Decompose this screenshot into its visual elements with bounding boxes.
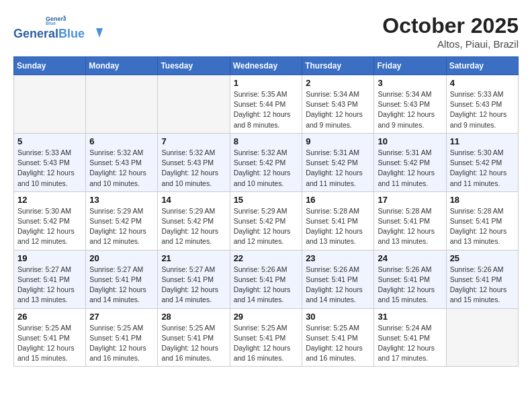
day-detail: Sunrise: 5:26 AM Sunset: 5:41 PM Dayligh… [234,265,299,306]
calendar-cell: 29Sunrise: 5:25 AM Sunset: 5:41 PM Dayli… [230,308,302,367]
day-number: 13 [89,195,154,205]
logo: General Blue GeneralBlue [13,13,103,41]
logo-icon: General Blue [46,13,66,26]
title-block: October 2025 Altos, Piaui, Brazil [382,13,519,50]
calendar-table: SundayMondayTuesdayWednesdayThursdayFrid… [13,56,519,367]
weekday-header: Monday [86,57,158,75]
calendar-cell: 9Sunrise: 5:31 AM Sunset: 5:42 PM Daylig… [302,133,374,191]
weekday-header: Wednesday [230,57,302,75]
calendar-cell: 21Sunrise: 5:27 AM Sunset: 5:41 PM Dayli… [158,250,230,308]
calendar-cell: 13Sunrise: 5:29 AM Sunset: 5:42 PM Dayli… [86,191,158,250]
logo-text-general: General [13,27,58,40]
day-detail: Sunrise: 5:28 AM Sunset: 5:41 PM Dayligh… [450,206,515,247]
weekday-header: Sunday [14,57,86,75]
calendar-cell: 28Sunrise: 5:25 AM Sunset: 5:41 PM Dayli… [158,308,230,367]
day-detail: Sunrise: 5:27 AM Sunset: 5:41 PM Dayligh… [89,265,154,306]
day-number: 23 [306,253,370,263]
day-number: 12 [17,195,82,205]
day-detail: Sunrise: 5:31 AM Sunset: 5:42 PM Dayligh… [378,148,442,189]
day-detail: Sunrise: 5:25 AM Sunset: 5:41 PM Dayligh… [234,323,299,364]
calendar-cell: 3Sunrise: 5:34 AM Sunset: 5:43 PM Daylig… [374,75,446,134]
day-detail: Sunrise: 5:26 AM Sunset: 5:41 PM Dayligh… [450,265,515,306]
logo-text-blue: Blue [58,27,85,40]
calendar-cell: 26Sunrise: 5:25 AM Sunset: 5:41 PM Dayli… [14,308,86,367]
day-number: 19 [17,253,82,263]
day-number: 29 [234,312,299,322]
day-detail: Sunrise: 5:28 AM Sunset: 5:41 PM Dayligh… [306,206,370,247]
location-subtitle: Altos, Piaui, Brazil [382,38,519,50]
day-detail: Sunrise: 5:33 AM Sunset: 5:43 PM Dayligh… [17,148,82,189]
svg-text:Blue: Blue [46,21,56,26]
svg-marker-3 [96,28,103,38]
calendar-cell: 10Sunrise: 5:31 AM Sunset: 5:42 PM Dayli… [374,133,446,191]
calendar-cell: 30Sunrise: 5:25 AM Sunset: 5:41 PM Dayli… [302,308,374,367]
day-number: 25 [450,253,515,263]
calendar-cell: 5Sunrise: 5:33 AM Sunset: 5:43 PM Daylig… [14,133,86,191]
day-number: 8 [234,136,299,146]
calendar-cell: 4Sunrise: 5:33 AM Sunset: 5:43 PM Daylig… [446,75,518,134]
calendar-cell: 11Sunrise: 5:30 AM Sunset: 5:42 PM Dayli… [446,133,518,191]
calendar-cell: 2Sunrise: 5:34 AM Sunset: 5:43 PM Daylig… [302,75,374,134]
calendar-cell: 8Sunrise: 5:32 AM Sunset: 5:42 PM Daylig… [230,133,302,191]
day-number: 10 [378,136,442,146]
day-number: 18 [450,195,515,205]
calendar-cell: 6Sunrise: 5:32 AM Sunset: 5:43 PM Daylig… [86,133,158,191]
page-header: General Blue GeneralBlue October 2025 Al… [13,13,519,50]
day-detail: Sunrise: 5:28 AM Sunset: 5:41 PM Dayligh… [378,206,442,247]
weekday-header: Thursday [302,57,374,75]
weekday-header: Friday [374,57,446,75]
calendar-week-row: 5Sunrise: 5:33 AM Sunset: 5:43 PM Daylig… [14,133,519,191]
day-number: 31 [378,312,442,322]
calendar-cell: 31Sunrise: 5:24 AM Sunset: 5:41 PM Dayli… [374,308,446,367]
calendar-week-row: 1Sunrise: 5:35 AM Sunset: 5:44 PM Daylig… [14,75,519,134]
calendar-cell: 19Sunrise: 5:27 AM Sunset: 5:41 PM Dayli… [14,250,86,308]
day-number: 1 [234,78,299,88]
day-detail: Sunrise: 5:31 AM Sunset: 5:42 PM Dayligh… [306,148,370,189]
calendar-cell: 17Sunrise: 5:28 AM Sunset: 5:41 PM Dayli… [374,191,446,250]
day-number: 9 [306,136,370,146]
day-detail: Sunrise: 5:29 AM Sunset: 5:42 PM Dayligh… [89,206,154,247]
day-number: 17 [378,195,442,205]
weekday-header-row: SundayMondayTuesdayWednesdayThursdayFrid… [14,57,519,75]
day-detail: Sunrise: 5:26 AM Sunset: 5:41 PM Dayligh… [306,265,370,306]
day-number: 11 [450,136,515,146]
day-number: 24 [378,253,442,263]
day-number: 21 [161,253,226,263]
day-detail: Sunrise: 5:30 AM Sunset: 5:42 PM Dayligh… [450,148,515,189]
calendar-cell: 24Sunrise: 5:26 AM Sunset: 5:41 PM Dayli… [374,250,446,308]
calendar-cell [446,308,518,367]
day-number: 26 [17,312,82,322]
calendar-cell: 23Sunrise: 5:26 AM Sunset: 5:41 PM Dayli… [302,250,374,308]
day-detail: Sunrise: 5:29 AM Sunset: 5:42 PM Dayligh… [234,206,299,247]
logo-wing-icon [89,28,103,38]
day-number: 2 [306,78,370,88]
day-detail: Sunrise: 5:26 AM Sunset: 5:41 PM Dayligh… [378,265,442,306]
day-detail: Sunrise: 5:25 AM Sunset: 5:41 PM Dayligh… [89,323,154,364]
day-detail: Sunrise: 5:35 AM Sunset: 5:44 PM Dayligh… [234,89,299,130]
day-detail: Sunrise: 5:27 AM Sunset: 5:41 PM Dayligh… [161,265,226,306]
day-detail: Sunrise: 5:27 AM Sunset: 5:41 PM Dayligh… [17,265,82,306]
day-number: 4 [450,78,515,88]
calendar-cell: 12Sunrise: 5:30 AM Sunset: 5:42 PM Dayli… [14,191,86,250]
day-detail: Sunrise: 5:32 AM Sunset: 5:43 PM Dayligh… [161,148,226,189]
day-number: 7 [161,136,226,146]
day-detail: Sunrise: 5:25 AM Sunset: 5:41 PM Dayligh… [306,323,370,364]
day-detail: Sunrise: 5:24 AM Sunset: 5:41 PM Dayligh… [378,323,442,364]
day-number: 6 [89,136,154,146]
day-number: 20 [89,253,154,263]
calendar-cell [86,75,158,134]
month-year-title: October 2025 [382,13,519,38]
calendar-cell: 27Sunrise: 5:25 AM Sunset: 5:41 PM Dayli… [86,308,158,367]
day-number: 14 [161,195,226,205]
day-detail: Sunrise: 5:32 AM Sunset: 5:43 PM Dayligh… [89,148,154,189]
day-number: 22 [234,253,299,263]
calendar-cell: 16Sunrise: 5:28 AM Sunset: 5:41 PM Dayli… [302,191,374,250]
day-number: 5 [17,136,82,146]
day-number: 3 [378,78,442,88]
day-detail: Sunrise: 5:25 AM Sunset: 5:41 PM Dayligh… [161,323,226,364]
calendar-cell: 22Sunrise: 5:26 AM Sunset: 5:41 PM Dayli… [230,250,302,308]
day-detail: Sunrise: 5:32 AM Sunset: 5:42 PM Dayligh… [234,148,299,189]
weekday-header: Tuesday [158,57,230,75]
calendar-week-row: 19Sunrise: 5:27 AM Sunset: 5:41 PM Dayli… [14,250,519,308]
calendar-week-row: 12Sunrise: 5:30 AM Sunset: 5:42 PM Dayli… [14,191,519,250]
